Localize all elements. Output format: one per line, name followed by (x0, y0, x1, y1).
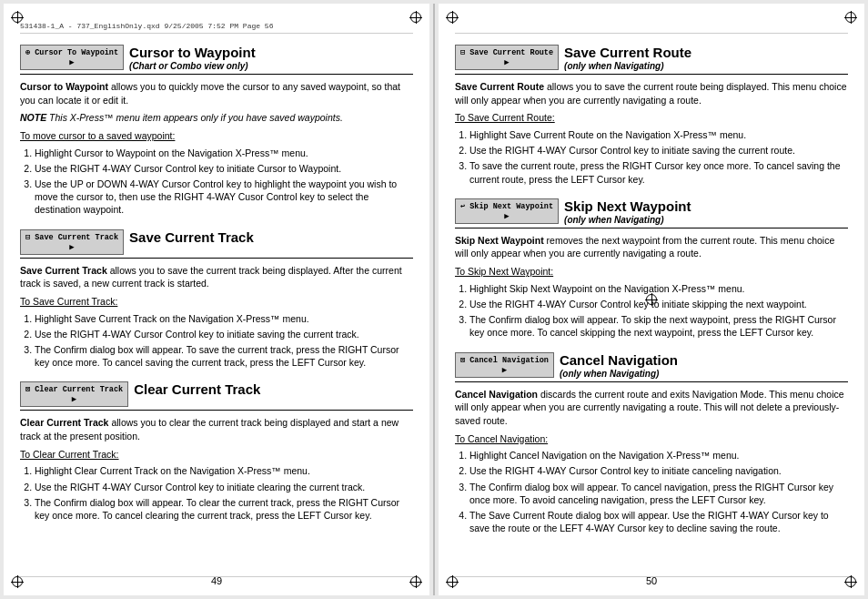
section-save-track: ⊟ Save Current Track ▶ Save Current Trac… (20, 229, 413, 370)
section-skip-waypoint: ↩ Skip Next Waypoint ▶ Skip Next Waypoin… (455, 198, 848, 340)
section-body-clear-track: Clear Current Track allows you to clear … (20, 416, 413, 522)
icon-arrow-clear-track: ▶ (72, 394, 76, 404)
note-cursor: NOTE This X-Press™ menu item appears onl… (20, 111, 413, 125)
section-clear-track: ⊠ Clear Current Track ▶ Clear Current Tr… (20, 381, 413, 522)
right-page: ⊟ Save Current Route ▶ Save Current Rout… (439, 4, 864, 595)
body-intro-cursor: Cursor to Waypoint allows you to quickly… (20, 80, 413, 107)
steps-heading-cursor: To move cursor to a saved waypoint: (20, 129, 413, 143)
icon-label-save-track: ⊟ Save Current Track (25, 232, 118, 242)
icon-arrow-cancel-nav: ▶ (502, 365, 507, 375)
body-intro-clear-track: Clear Current Track allows you to clear … (20, 416, 413, 442)
title-block-skip-waypoint: Skip Next Waypoint (only when Navigating… (564, 198, 691, 225)
crosshair-r-tr (844, 11, 857, 24)
title-block-save-track: Save Current Track (129, 229, 254, 246)
title-block-save-route: Save Current Route (only when Navigating… (564, 45, 691, 71)
step-item: Use the RIGHT 4-WAY Cursor Control key t… (469, 464, 848, 477)
icon-box-cursor: ⊕ Cursor To Waypoint ▶ (20, 45, 124, 70)
steps-heading-cancel-nav: To Cancel Navigation: (455, 432, 848, 446)
step-item: The Confirm dialog box will appear. To s… (35, 343, 413, 369)
step-item: Use the UP or DOWN 4-WAY Cursor Control … (35, 178, 413, 217)
page-header: 531438-1_A - 737_EnglishOnly.qxd 9/25/20… (20, 22, 413, 34)
section-body-cursor: Cursor to Waypoint allows you to quickly… (20, 80, 413, 217)
section-title-skip-waypoint: Skip Next Waypoint (564, 198, 691, 215)
section-header-save-route: ⊟ Save Current Route ▶ Save Current Rout… (455, 45, 848, 75)
file-info: 531438-1_A - 737_EnglishOnly.qxd 9/25/20… (20, 22, 273, 30)
steps-heading-skip-waypoint: To Skip Next Waypoint: (455, 265, 848, 279)
section-header-save-track: ⊟ Save Current Track ▶ Save Current Trac… (20, 229, 413, 259)
step-item: The Confirm dialog box will appear. To c… (35, 496, 413, 522)
title-block-clear-track: Clear Current Track (134, 381, 260, 398)
step-item: Use the RIGHT 4-WAY Cursor Control key t… (469, 298, 848, 310)
steps-list-skip-waypoint: Highlight Skip Next Waypoint on the Navi… (455, 282, 848, 340)
icon-label-cursor: ⊕ Cursor To Waypoint (25, 47, 118, 57)
step-item: Highlight Cancel Navigation on the Navig… (469, 449, 848, 462)
section-subtitle-save-route: (only when Navigating) (564, 61, 691, 71)
crosshair-tl (11, 11, 24, 24)
section-title-save-track: Save Current Track (129, 229, 254, 246)
step-item: Highlight Save Current Route on the Navi… (469, 128, 848, 141)
step-item: Use the RIGHT 4-WAY Cursor Control key t… (469, 144, 848, 157)
section-cursor-to-waypoint: ⊕ Cursor To Waypoint ▶ Cursor to Waypoin… (20, 45, 413, 217)
icon-label-clear-track: ⊠ Clear Current Track (25, 384, 123, 394)
icon-arrow-save-route: ▶ (504, 57, 509, 67)
title-block-cancel-nav: Cancel Navigation (only when Navigating) (560, 352, 678, 379)
steps-heading-save-track: To Save Current Track: (20, 295, 413, 309)
section-body-save-route: Save Current Route allows you to save th… (455, 80, 848, 186)
steps-heading-save-route: To Save Current Route: (455, 111, 848, 125)
section-header-cursor: ⊕ Cursor To Waypoint ▶ Cursor to Waypoin… (20, 45, 413, 75)
section-header-cancel-nav: ⊠ Cancel Navigation ▶ Cancel Navigation … (455, 352, 848, 382)
left-page: 531438-1_A - 737_EnglishOnly.qxd 9/25/20… (4, 4, 429, 595)
body-intro-skip-waypoint: Skip Next Waypoint removes the next wayp… (455, 234, 848, 260)
section-title-cursor: Cursor to Waypoint (129, 45, 256, 61)
step-item: Use the RIGHT 4-WAY Cursor Control key t… (35, 481, 413, 493)
crosshair-r-bl (446, 575, 459, 588)
steps-list-cursor: Highlight Cursor to Waypoint on the Navi… (20, 147, 413, 217)
section-body-save-track: Save Current Track allows you to save th… (20, 264, 413, 370)
section-save-route: ⊟ Save Current Route ▶ Save Current Rout… (455, 45, 848, 186)
section-header-skip-waypoint: ↩ Skip Next Waypoint ▶ Skip Next Waypoin… (455, 198, 848, 228)
icon-box-clear-track: ⊠ Clear Current Track ▶ (20, 381, 128, 407)
crosshair-r-tl (446, 11, 459, 24)
step-item: Highlight Save Current Track on the Navi… (35, 312, 413, 325)
icon-box-skip-waypoint: ↩ Skip Next Waypoint ▶ (455, 198, 559, 224)
step-item: Use the RIGHT 4-WAY Cursor Control key t… (35, 328, 413, 340)
section-body-skip-waypoint: Skip Next Waypoint removes the next wayp… (455, 234, 848, 340)
step-item: To save the current route, press the RIG… (469, 159, 848, 185)
step-item: Highlight Cursor to Waypoint on the Navi… (35, 147, 413, 159)
page-number-left: 49 (211, 575, 222, 586)
icon-box-save-track: ⊟ Save Current Track ▶ (20, 229, 124, 255)
icon-arrow-cursor: ▶ (69, 57, 74, 67)
section-title-save-route: Save Current Route (564, 45, 691, 61)
body-intro-save-track: Save Current Track allows you to save th… (20, 264, 413, 290)
steps-list-save-track: Highlight Save Current Track on the Navi… (20, 312, 413, 370)
section-subtitle-skip-waypoint: (only when Navigating) (564, 215, 691, 225)
section-title-clear-track: Clear Current Track (134, 381, 260, 398)
icon-label-cancel-nav: ⊠ Cancel Navigation (460, 355, 549, 365)
steps-heading-clear-track: To Clear Current Track: (20, 448, 413, 462)
page-divider (433, 4, 435, 595)
steps-list-save-route: Highlight Save Current Route on the Navi… (455, 128, 848, 186)
icon-arrow-skip-waypoint: ▶ (504, 211, 509, 221)
page-header-right (455, 22, 848, 34)
icon-box-save-route: ⊟ Save Current Route ▶ (455, 45, 559, 70)
body-intro-cancel-nav: Cancel Navigation discards the current r… (455, 388, 848, 428)
section-header-clear-track: ⊠ Clear Current Track ▶ Clear Current Tr… (20, 381, 413, 411)
icon-label-save-route: ⊟ Save Current Route (460, 47, 553, 57)
section-title-cancel-nav: Cancel Navigation (560, 352, 678, 369)
icon-label-skip-waypoint: ↩ Skip Next Waypoint (460, 201, 553, 211)
step-item: Highlight Skip Next Waypoint on the Navi… (469, 282, 848, 295)
icon-box-cancel-nav: ⊠ Cancel Navigation ▶ (455, 352, 554, 378)
step-item: Highlight Clear Current Track on the Nav… (35, 464, 413, 477)
crosshair-tr (409, 11, 422, 24)
step-item: The Confirm dialog box will appear. To c… (469, 481, 848, 506)
step-item: The Confirm dialog box will appear. To s… (469, 313, 848, 339)
crosshair-r-br (844, 575, 857, 588)
section-subtitle-cursor: (Chart or Combo view only) (129, 61, 256, 71)
icon-arrow-save-track: ▶ (69, 242, 74, 252)
body-intro-save-route: Save Current Route allows you to save th… (455, 80, 848, 107)
section-body-cancel-nav: Cancel Navigation discards the current r… (455, 388, 848, 535)
section-subtitle-cancel-nav: (only when Navigating) (560, 369, 678, 379)
crosshair-bl (11, 575, 24, 588)
section-cancel-nav: ⊠ Cancel Navigation ▶ Cancel Navigation … (455, 352, 848, 535)
steps-list-clear-track: Highlight Clear Current Track on the Nav… (20, 464, 413, 522)
